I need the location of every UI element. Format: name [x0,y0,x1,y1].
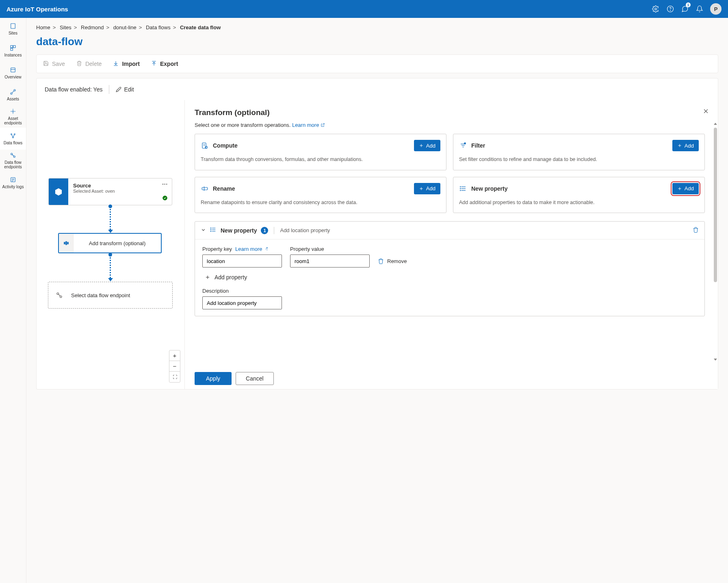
brand-title: Azure IoT Operations [6,6,68,13]
help-icon[interactable] [663,2,678,16]
svg-point-2 [670,10,670,11]
notifications-icon[interactable] [692,2,707,16]
settings-icon[interactable] [648,2,663,16]
feedback-icon[interactable]: 1 [678,2,692,16]
user-avatar[interactable]: P [710,3,722,15]
global-header: Azure IoT Operations 1 P [0,0,728,18]
svg-point-0 [655,8,657,10]
notification-badge: 1 [686,2,691,7]
